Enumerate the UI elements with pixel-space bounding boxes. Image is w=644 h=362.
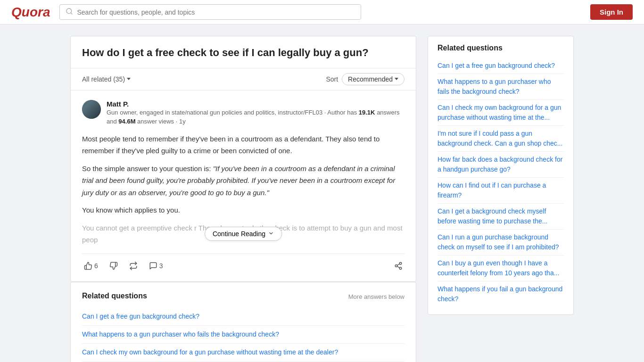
main-container: How do I get a free check to see if I ca… (63, 25, 581, 362)
author-info: Matt P. Gun owner, engaged in state/nati… (107, 100, 405, 126)
sidebar-link[interactable]: Can I get a background check myself befo… (438, 204, 564, 230)
recommended-label: Recommended (348, 75, 393, 83)
search-icon (66, 8, 73, 16)
all-related-filter[interactable]: All related (35) (82, 75, 131, 83)
author-views: 94.6M (118, 118, 135, 125)
answer-paragraph-1: Most people tend to remember if they've … (82, 133, 405, 157)
continue-reading-button[interactable]: Continue Reading (205, 227, 282, 241)
upvote-button[interactable]: 6 (82, 260, 100, 272)
svg-line-6 (397, 264, 399, 265)
quora-logo[interactable]: Quora (11, 5, 50, 20)
search-input[interactable] (77, 8, 355, 16)
chevron-down-icon (127, 78, 131, 80)
sidebar-link[interactable]: How far back does a background check for… (438, 152, 564, 178)
sidebar-link[interactable]: Can I run a gun purchase background chec… (438, 230, 564, 255)
author-bio: Gun owner, engaged in state/national gun… (107, 108, 405, 126)
action-bar: 6 (82, 254, 405, 272)
answer-paragraph-3: You know which applies to you. (82, 204, 405, 216)
related-inline-title: Related questions (82, 292, 147, 300)
sign-in-button[interactable]: Sign In (590, 4, 633, 20)
answer-paragraph-2: So the simple answer to your question is… (82, 163, 405, 199)
reshare-icon (129, 262, 138, 270)
sidebar-link[interactable]: Can I buy a gun even though I have a cou… (438, 255, 564, 281)
avatar (82, 100, 101, 119)
downvote-icon (109, 262, 118, 270)
sort-section: Sort Recommended (326, 73, 405, 85)
chevron-down-icon (395, 78, 398, 80)
chevron-down-icon (268, 230, 274, 238)
svg-line-5 (397, 266, 399, 268)
filter-bar: All related (35) Sort Recommended (71, 68, 416, 90)
comment-icon (149, 262, 157, 270)
author-answers: 19.1K (359, 109, 375, 116)
avatar-image (82, 100, 101, 119)
upvote-count: 6 (94, 262, 98, 270)
continue-reading-overlay: You cannot get a preemptive check r The … (82, 222, 405, 246)
author-bio-text3: answer views · 1y (137, 118, 186, 125)
right-sidebar: Related questions Can I get a free gun b… (428, 36, 574, 362)
sidebar-link[interactable]: Can I get a free gun background check? (438, 58, 564, 74)
author-name[interactable]: Matt P. (107, 100, 405, 108)
sidebar-title: Related questions (438, 44, 564, 52)
sidebar-link[interactable]: I'm not sure if I could pass a gun backg… (438, 126, 564, 152)
answer-para2-text: So the simple answer to your question is… (82, 165, 213, 173)
header: Quora Sign In (0, 0, 644, 25)
reshare-button[interactable] (127, 260, 140, 272)
sidebar-link[interactable]: How can I find out if I can purchase a f… (438, 178, 564, 204)
related-link[interactable]: Can I check my own background for a gun … (82, 344, 405, 362)
question-title-section: How do I get a free check to see if I ca… (71, 36, 416, 68)
question-card: How do I get a free check to see if I ca… (70, 36, 416, 282)
share-button[interactable] (392, 260, 405, 272)
upvote-icon (84, 262, 92, 270)
related-link[interactable]: Can I get a free gun background check? (82, 308, 405, 326)
comment-count: 3 (159, 262, 163, 270)
sort-button[interactable]: Recommended (342, 73, 405, 85)
answer-section: Matt P. Gun owner, engaged in state/nati… (71, 90, 416, 281)
comment-button[interactable]: 3 (147, 260, 165, 272)
related-inline-card: Related questions More answers below Can… (70, 282, 416, 362)
question-title: How do I get a free check to see if I ca… (82, 46, 405, 60)
sidebar-link[interactable]: What happens to a gun purchaser who fail… (438, 74, 564, 100)
all-related-label: All related (35) (82, 75, 125, 83)
more-answers-label: More answers below (348, 293, 405, 300)
continue-reading-label: Continue Reading (213, 230, 265, 238)
sidebar-link[interactable]: Can I check my own background for a gun … (438, 100, 564, 126)
author-bio-text: Gun owner, engaged in state/national gun… (107, 109, 357, 116)
downvote-button[interactable] (107, 260, 120, 272)
left-content: How do I get a free check to see if I ca… (70, 36, 416, 362)
sort-label: Sort (326, 75, 338, 83)
sidebar-link[interactable]: What happens if you fail a gun backgroun… (438, 281, 564, 307)
author-row: Matt P. Gun owner, engaged in state/nati… (82, 100, 405, 126)
svg-line-1 (71, 13, 73, 14)
related-link[interactable]: What happens to a gun purchaser who fail… (82, 326, 405, 344)
sidebar-card: Related questions Can I get a free gun b… (428, 36, 574, 315)
search-bar[interactable] (59, 4, 361, 20)
share-icon (394, 262, 403, 270)
